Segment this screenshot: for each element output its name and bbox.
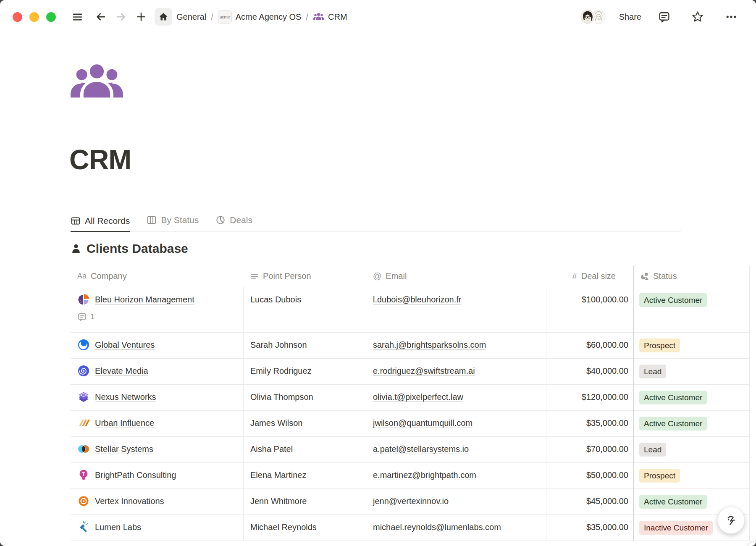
tab-deals[interactable]: Deals — [215, 215, 252, 231]
deal-size-cell[interactable]: $120,000.00 — [546, 385, 633, 410]
company-cell[interactable]: Global Ventures — [71, 333, 244, 358]
point-person-cell[interactable]: Lucas Dubois — [244, 287, 366, 332]
point-person-cell[interactable]: Emily Rodriguez — [244, 359, 366, 384]
email-cell[interactable]: jenn@vertexinnov.io — [366, 489, 546, 514]
comment-bubble-icon — [77, 312, 87, 322]
table-row: Global VenturesSarah Johnsonsarah.j@brig… — [71, 333, 750, 359]
notion-ai-button[interactable] — [717, 507, 745, 534]
column-header-deal-size[interactable]: # Deal size — [546, 265, 633, 287]
deal-size-cell[interactable]: $100,000.00 — [546, 287, 633, 332]
status-cell[interactable]: Lead — [633, 359, 750, 384]
company-cell[interactable]: Vertex Innovations — [71, 489, 244, 514]
email-link[interactable]: jenn@vertexinnov.io — [373, 496, 449, 506]
view-tabs: All Records By Status Deals — [71, 207, 681, 232]
company-cell[interactable]: Nexus Networks — [71, 385, 244, 410]
company-cell[interactable]: TBrightPath Consulting — [71, 463, 244, 488]
deal-size-cell[interactable]: $60,000.00 — [546, 333, 633, 358]
email-link[interactable]: l.dubois@bleuhorizon.fr — [373, 295, 461, 304]
home-button[interactable] — [155, 8, 172, 26]
company-link[interactable]: Global Ventures — [95, 338, 155, 352]
email-cell[interactable]: e.martinez@brightpath.com — [366, 463, 546, 488]
deal-size-cell[interactable]: $50,000.00 — [546, 463, 633, 488]
status-cell[interactable]: Prospect — [633, 463, 750, 488]
email-link[interactable]: e.rodriguez@swiftstream.ai — [373, 366, 475, 375]
forward-arrow-icon[interactable] — [115, 11, 127, 23]
email-link[interactable]: sarah.j@brightsparksolns.com — [373, 340, 486, 349]
window-controls — [13, 12, 56, 22]
deal-size-cell[interactable]: $35,000.00 — [546, 411, 633, 436]
minimize-button[interactable] — [29, 12, 39, 22]
status-badge: Prospect — [639, 469, 680, 483]
back-arrow-icon[interactable] — [95, 11, 107, 23]
company-link[interactable]: Vertex Innovations — [95, 494, 164, 508]
status-cell[interactable]: Active Customer — [633, 411, 750, 436]
company-link[interactable]: Bleu Horizon Management — [95, 293, 194, 306]
company-cell[interactable]: Lumen Labs — [71, 515, 244, 541]
email-cell[interactable]: sarah.j@brightsparksolns.com — [366, 333, 546, 358]
email-cell[interactable]: jwilson@quantumquill.com — [366, 411, 546, 436]
column-header-email[interactable]: @ Email — [366, 265, 546, 287]
breadcrumb-workspace[interactable]: Acme Agency OS — [236, 12, 302, 22]
company-cell[interactable]: Urban Influence — [71, 411, 244, 436]
deal-size-cell[interactable]: $45,000.00 — [546, 489, 633, 514]
email-cell[interactable]: a.patel@stellarsystems.io — [366, 437, 546, 462]
point-person-cell[interactable]: James Wilson — [244, 411, 366, 436]
point-person-cell[interactable]: Elena Martinez — [244, 463, 366, 488]
company-link[interactable]: Lumen Labs — [95, 520, 141, 534]
email-link[interactable]: jwilson@quantumquill.com — [373, 418, 472, 428]
page-icon-people-group[interactable] — [71, 61, 123, 107]
corner-button-partial[interactable] — [746, 540, 756, 546]
comments-icon[interactable] — [658, 11, 670, 23]
deal-size-cell[interactable]: $40,000.00 — [546, 359, 633, 384]
email-link[interactable]: michael.reynolds@lumenlabs.com — [373, 522, 501, 532]
new-page-plus-icon[interactable] — [135, 11, 147, 23]
status-cell[interactable]: Lead — [633, 437, 750, 462]
email-cell[interactable]: e.rodriguez@swiftstream.ai — [366, 359, 546, 384]
avatar[interactable] — [580, 9, 596, 25]
company-link[interactable]: Urban Influence — [95, 416, 154, 430]
status-cell[interactable]: Active Customer — [633, 385, 750, 410]
favorite-star-icon[interactable] — [691, 10, 704, 23]
share-button[interactable]: Share — [619, 12, 641, 22]
close-button[interactable] — [13, 12, 22, 22]
table-view-icon — [71, 216, 81, 226]
column-header-status[interactable]: Status — [633, 265, 750, 287]
email-link[interactable]: a.patel@stellarsystems.io — [373, 444, 469, 454]
point-person-cell[interactable]: Aisha Patel — [244, 437, 366, 462]
deal-size-cell[interactable]: $35,000.00 — [546, 515, 633, 541]
column-header-company[interactable]: Aa Company — [71, 265, 244, 287]
orange-stripes-logo-icon — [77, 417, 90, 429]
company-cell[interactable]: Elevate Media — [71, 359, 244, 384]
email-cell[interactable]: l.dubois@bleuhorizon.fr — [366, 287, 546, 332]
page-title[interactable]: CRM — [69, 144, 131, 176]
status-cell[interactable]: Active Customer — [633, 287, 750, 332]
company-cell[interactable]: Stellar Systems — [71, 437, 244, 462]
svg-text:T: T — [82, 471, 85, 477]
point-person-cell[interactable]: Jenn Whitmore — [244, 489, 366, 514]
database-title[interactable]: Clients Database — [87, 242, 188, 256]
zoom-button[interactable] — [46, 12, 56, 22]
email-cell[interactable]: olivia.t@pixelperfect.law — [366, 385, 546, 410]
company-link[interactable]: BrightPath Consulting — [95, 468, 176, 482]
comment-count[interactable]: 1 — [77, 310, 237, 323]
email-link[interactable]: olivia.t@pixelperfect.law — [373, 392, 463, 402]
more-options-icon[interactable] — [725, 10, 738, 23]
column-header-point-person[interactable]: Point Person — [244, 265, 366, 287]
breadcrumb-page[interactable]: CRM — [328, 12, 347, 22]
company-link[interactable]: Stellar Systems — [95, 442, 153, 456]
point-person-cell[interactable]: Sarah Johnson — [244, 333, 366, 358]
email-link[interactable]: e.martinez@brightpath.com — [373, 470, 476, 480]
status-cell[interactable]: Prospect — [633, 333, 750, 358]
point-person-cell[interactable]: Olivia Thompson — [244, 385, 366, 410]
point-person-cell[interactable]: Michael Reynolds — [244, 515, 366, 541]
sidebar-toggle-icon[interactable] — [72, 11, 83, 23]
breadcrumb-root[interactable]: General — [176, 12, 206, 22]
company-link[interactable]: Nexus Networks — [95, 390, 156, 404]
tab-all-records[interactable]: All Records — [71, 216, 130, 232]
email-cell[interactable]: michael.reynolds@lumenlabs.com — [366, 515, 546, 541]
company-cell[interactable]: Bleu Horizon Management1 — [71, 287, 244, 332]
tab-by-status[interactable]: By Status — [147, 215, 199, 231]
collaborator-avatars[interactable] — [580, 9, 606, 25]
company-link[interactable]: Elevate Media — [95, 364, 148, 378]
deal-size-cell[interactable]: $70,000.00 — [546, 437, 633, 462]
